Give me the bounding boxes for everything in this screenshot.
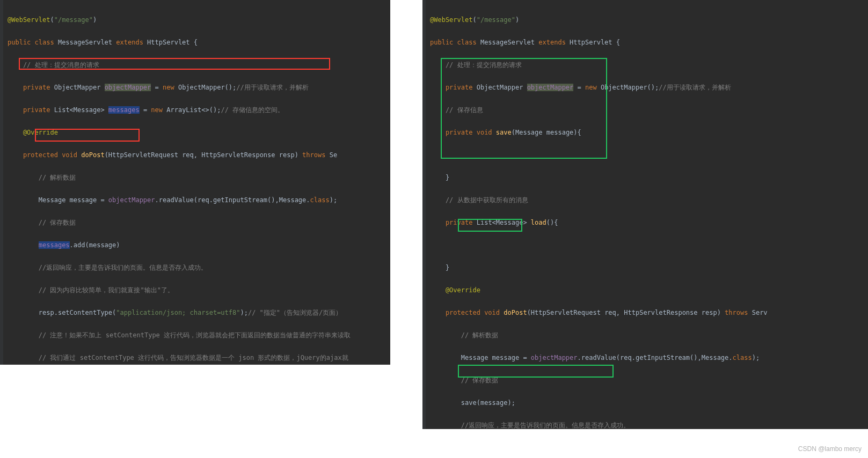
gutter-left <box>0 0 3 365</box>
code-editor-right[interactable]: @WebServlet("/message") public class Mes… <box>422 0 868 429</box>
code-editor-left[interactable]: @WebServlet("/message") public class Mes… <box>0 0 390 365</box>
diff-container: @WebServlet("/message") public class Mes… <box>0 0 868 429</box>
code-right[interactable]: @WebServlet("/message") public class Mes… <box>422 0 868 429</box>
watermark-text: CSDN @lambo mercy <box>798 444 862 455</box>
gutter-right <box>422 0 426 429</box>
code-left[interactable]: @WebServlet("/message") public class Mes… <box>0 0 390 365</box>
